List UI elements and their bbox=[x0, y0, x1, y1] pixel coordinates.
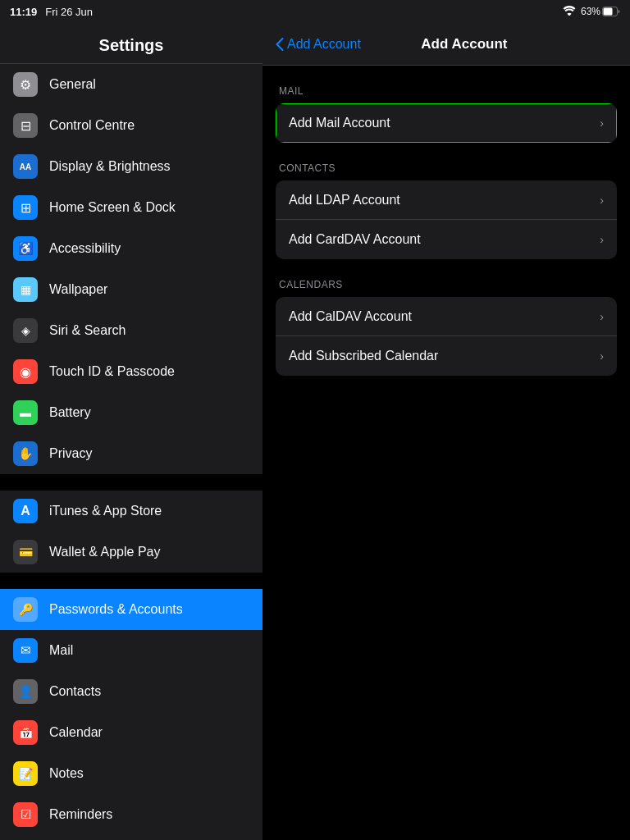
chevron-icon-add-carddav: › bbox=[600, 233, 604, 246]
wallet-label: Wallet & Apple Pay bbox=[49, 545, 160, 559]
chevron-icon-add-caldav: › bbox=[600, 310, 604, 323]
calendar-icon: 📅 bbox=[13, 720, 38, 745]
control-centre-icon: ⊟ bbox=[13, 113, 38, 138]
reminders-icon: ☑ bbox=[13, 802, 38, 827]
list-group-contacts: Add LDAP Account›Add CardDAV Account› bbox=[276, 180, 617, 259]
nav-bar: Add Account Add Account bbox=[262, 23, 630, 66]
accessibility-icon: ♿ bbox=[13, 236, 38, 261]
main-panel: Add Account Add Account MAILAdd Mail Acc… bbox=[262, 0, 630, 840]
privacy-icon: ✋ bbox=[13, 441, 38, 466]
sidebar-item-passwords[interactable]: 🔑 Passwords & Accounts bbox=[0, 589, 262, 630]
chevron-icon-add-mail: › bbox=[600, 116, 604, 130]
list-item-label-add-mail: Add Mail Account bbox=[289, 116, 390, 130]
sidebar-item-itunes[interactable]: A iTunes & App Store bbox=[0, 491, 262, 532]
display-icon: AA bbox=[13, 154, 38, 179]
general-icon: ⚙ bbox=[13, 72, 38, 97]
passwords-icon: 🔑 bbox=[13, 597, 38, 622]
chevron-icon-add-subscribed: › bbox=[600, 349, 604, 363]
list-item-add-ldap[interactable]: Add LDAP Account› bbox=[276, 180, 617, 220]
section-label-calendars: CALENDARS bbox=[276, 279, 617, 290]
status-icons: 63% bbox=[563, 6, 620, 18]
wallpaper-label: Wallpaper bbox=[49, 282, 107, 297]
battery-percent: 63% bbox=[581, 6, 600, 17]
passwords-label: Passwords & Accounts bbox=[49, 602, 183, 617]
general-label: General bbox=[49, 77, 96, 92]
privacy-label: Privacy bbox=[49, 446, 92, 461]
sidebar-group3: 🔑 Passwords & Accounts ✉ Mail 👤 Contacts… bbox=[0, 589, 262, 840]
notes-icon: 📝 bbox=[13, 761, 38, 786]
section-mail: MAILAdd Mail Account› bbox=[276, 85, 617, 143]
sidebar-group2: A iTunes & App Store 💳 Wallet & Apple Pa… bbox=[0, 491, 262, 573]
list-item-label-add-carddav: Add CardDAV Account bbox=[289, 232, 421, 247]
nav-back-label: Add Account bbox=[287, 37, 361, 52]
section-label-mail: MAIL bbox=[276, 85, 617, 97]
status-bar: 11:19 Fri 26 Jun 63% bbox=[0, 0, 630, 23]
list-item-add-caldav[interactable]: Add CalDAV Account› bbox=[276, 297, 617, 336]
contacts-label: Contacts bbox=[49, 684, 101, 699]
list-group-calendars: Add CalDAV Account›Add Subscribed Calend… bbox=[276, 297, 617, 376]
sidebar-item-siri[interactable]: ◈ Siri & Search bbox=[0, 310, 262, 351]
sidebar-group1: ⚙ General ⊟ Control Centre AA Display & … bbox=[0, 64, 262, 474]
sidebar: Settings ⚙ General ⊟ Control Centre AA D… bbox=[0, 0, 262, 840]
notes-label: Notes bbox=[49, 766, 84, 781]
sidebar-item-calendar[interactable]: 📅 Calendar bbox=[0, 712, 262, 753]
battery-icon: ▬ bbox=[13, 400, 38, 425]
touchid-label: Touch ID & Passcode bbox=[49, 364, 175, 379]
display-label: Display & Brightness bbox=[49, 159, 171, 174]
section-label-contacts: CONTACTS bbox=[276, 162, 617, 174]
siri-icon: ◈ bbox=[13, 318, 38, 343]
control-centre-label: Control Centre bbox=[49, 118, 135, 133]
svg-rect-1 bbox=[604, 8, 613, 16]
touchid-icon: ◉ bbox=[13, 359, 38, 384]
chevron-icon-add-ldap: › bbox=[600, 194, 604, 207]
sidebar-item-notes[interactable]: 📝 Notes bbox=[0, 753, 262, 794]
sidebar-item-wallpaper[interactable]: ▦ Wallpaper bbox=[0, 269, 262, 310]
sidebar-item-contacts[interactable]: 👤 Contacts bbox=[0, 671, 262, 712]
list-group-mail: Add Mail Account› bbox=[276, 103, 617, 143]
reminders-label: Reminders bbox=[49, 807, 112, 822]
sidebar-item-home-screen[interactable]: ⊞ Home Screen & Dock bbox=[0, 187, 262, 228]
itunes-icon: A bbox=[13, 499, 38, 523]
sidebar-title: Settings bbox=[13, 36, 249, 55]
status-date: Fri 26 Jun bbox=[45, 6, 93, 18]
mail-label: Mail bbox=[49, 643, 73, 658]
calendar-label: Calendar bbox=[49, 725, 103, 740]
wifi-icon bbox=[563, 6, 576, 18]
status-time: 11:19 bbox=[10, 6, 37, 18]
sidebar-item-general[interactable]: ⚙ General bbox=[0, 64, 262, 105]
sidebar-item-mail[interactable]: ✉ Mail bbox=[0, 630, 262, 671]
list-item-add-mail[interactable]: Add Mail Account› bbox=[276, 103, 617, 143]
main-sections: MAILAdd Mail Account›CONTACTSAdd LDAP Ac… bbox=[262, 85, 630, 376]
home-screen-icon: ⊞ bbox=[13, 195, 38, 220]
sidebar-divider-2 bbox=[0, 573, 262, 589]
nav-title: Add Account bbox=[361, 36, 568, 52]
sidebar-item-accessibility[interactable]: ♿ Accessibility bbox=[0, 228, 262, 269]
siri-label: Siri & Search bbox=[49, 323, 126, 338]
sidebar-item-privacy[interactable]: ✋ Privacy bbox=[0, 433, 262, 474]
sidebar-header: Settings bbox=[0, 23, 262, 64]
contacts-icon: 👤 bbox=[13, 679, 38, 704]
itunes-label: iTunes & App Store bbox=[49, 504, 162, 518]
accessibility-label: Accessibility bbox=[49, 241, 121, 256]
list-item-label-add-subscribed: Add Subscribed Calendar bbox=[289, 349, 438, 363]
list-item-label-add-ldap: Add LDAP Account bbox=[289, 193, 400, 208]
sidebar-item-reminders[interactable]: ☑ Reminders bbox=[0, 794, 262, 835]
wallpaper-icon: ▦ bbox=[13, 277, 38, 302]
sidebar-item-control-centre[interactable]: ⊟ Control Centre bbox=[0, 105, 262, 146]
home-screen-label: Home Screen & Dock bbox=[49, 200, 176, 215]
list-item-label-add-caldav: Add CalDAV Account bbox=[289, 309, 412, 324]
list-item-add-carddav[interactable]: Add CardDAV Account› bbox=[276, 220, 617, 259]
sidebar-item-wallet[interactable]: 💳 Wallet & Apple Pay bbox=[0, 532, 262, 573]
list-item-add-subscribed[interactable]: Add Subscribed Calendar› bbox=[276, 336, 617, 376]
sidebar-divider-1 bbox=[0, 474, 262, 491]
sidebar-item-display[interactable]: AA Display & Brightness bbox=[0, 146, 262, 187]
battery-icon: 63% bbox=[581, 6, 620, 17]
sidebar-item-voicememos[interactable]: 🎙 Voice Memos bbox=[0, 835, 262, 840]
section-calendars: CALENDARSAdd CalDAV Account›Add Subscrib… bbox=[276, 279, 617, 376]
section-contacts: CONTACTSAdd LDAP Account›Add CardDAV Acc… bbox=[276, 162, 617, 259]
sidebar-item-touchid[interactable]: ◉ Touch ID & Passcode bbox=[0, 351, 262, 392]
nav-back-button[interactable]: Add Account bbox=[276, 37, 361, 52]
wallet-icon: 💳 bbox=[13, 540, 38, 564]
sidebar-item-battery[interactable]: ▬ Battery bbox=[0, 392, 262, 433]
battery-label: Battery bbox=[49, 405, 91, 420]
